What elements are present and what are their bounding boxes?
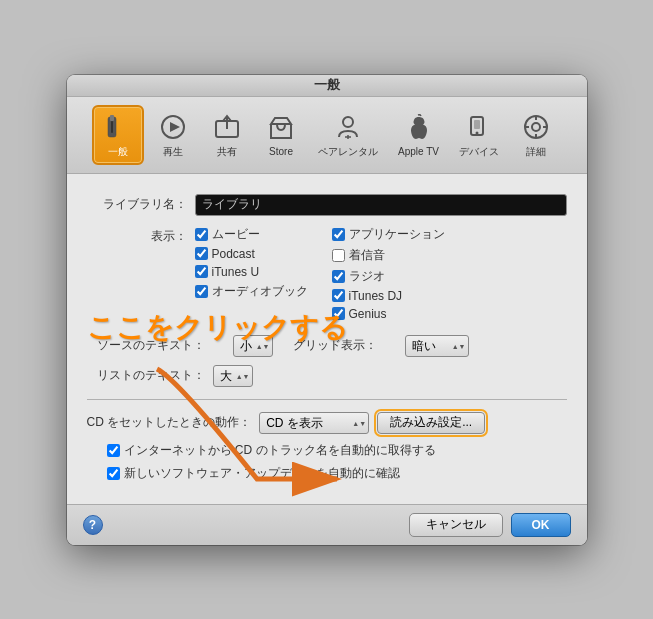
checkbox-apps-label: アプリケーション (349, 226, 445, 243)
divider (87, 399, 567, 400)
toolbar-general[interactable]: 一般 (92, 105, 144, 165)
svg-rect-12 (474, 120, 480, 129)
dialog-buttons: キャンセル OK (409, 513, 571, 537)
toolbar-advanced-label: 詳細 (526, 145, 546, 159)
cd-action-select-wrapper: CD を表示 曲を取り込む CDプレーヤーを開く (259, 412, 369, 434)
toolbar-pairrental[interactable]: ペアレンタル (310, 107, 386, 163)
import-settings-button[interactable]: 読み込み設定... (377, 412, 485, 434)
software-update-row: 新しいソフトウェア・アップデートを自動的に確認 (107, 465, 567, 482)
checkbox-col-right: アプリケーション 着信音 ラジオ iTunes DJ (332, 226, 445, 321)
toolbar-pairrental-label: ペアレンタル (318, 145, 378, 159)
checkbox-itunesdj-label: iTunes DJ (349, 289, 403, 303)
library-row: ライブラリ名： (87, 194, 567, 216)
cancel-button[interactable]: キャンセル (409, 513, 503, 537)
checkbox-apps-input[interactable] (332, 228, 345, 241)
software-update-label: 新しいソフトウェア・アップデートを自動的に確認 (124, 465, 400, 482)
checkbox-ringtone-input[interactable] (332, 249, 345, 262)
ok-button[interactable]: OK (511, 513, 571, 537)
advanced-icon (520, 111, 552, 143)
toolbar-advanced[interactable]: 詳細 (511, 107, 561, 163)
title-bar: 一般 (67, 75, 587, 97)
source-text-select[interactable]: 小 中 大 (233, 335, 273, 357)
library-label: ライブラリ名： (87, 196, 187, 213)
grid-select-wrapper: 暗い 明るい (405, 335, 469, 357)
checkbox-movie: ムービー (195, 226, 308, 243)
checkbox-itunesu-input[interactable] (195, 265, 208, 278)
toolbar-store-label: Store (269, 146, 293, 157)
checkbox-genius: Genius (332, 307, 445, 321)
cd-action-row: CD をセットしたときの動作： CD を表示 曲を取り込む CDプレーヤーを開く… (87, 412, 567, 434)
appletv-icon (402, 112, 434, 144)
toolbar-general-label: 一般 (108, 145, 128, 159)
toolbar-appletv[interactable]: Apple TV (390, 108, 447, 161)
devices-icon (463, 111, 495, 143)
help-button[interactable]: ? (83, 515, 103, 535)
toolbar-appletv-label: Apple TV (398, 146, 439, 157)
toolbar-playback-label: 再生 (163, 145, 183, 159)
source-grid-row: ソースのテキスト： 小 中 大 グリッド表示： 暗い 明るい (97, 335, 567, 357)
display-label: 表示： (87, 228, 187, 245)
checkbox-ringtone-label: 着信音 (349, 247, 385, 264)
toolbar-store[interactable]: Store (256, 108, 306, 161)
list-text-label: リストのテキスト： (97, 367, 205, 384)
content-area: ここをクリックする ライブラリ名： 表示： ムービー (67, 174, 587, 504)
checkbox-genius-input[interactable] (332, 307, 345, 320)
internet-cd-row: インターネットから CD のトラック名を自動的に取得する (107, 442, 567, 459)
source-text-label: ソースのテキスト： (97, 337, 205, 354)
pairrental-icon (332, 111, 364, 143)
sharing-icon (211, 111, 243, 143)
svg-rect-2 (111, 121, 113, 133)
checkbox-radio: ラジオ (332, 268, 445, 285)
grid-display-label: グリッド表示： (293, 337, 377, 354)
internet-cd-checkbox[interactable] (107, 444, 120, 457)
cd-action-label: CD をセットしたときの動作： (87, 414, 252, 431)
checkbox-podcast-input[interactable] (195, 247, 208, 260)
toolbar-devices-label: デバイス (459, 145, 499, 159)
svg-rect-1 (110, 115, 114, 121)
general-icon (102, 111, 134, 143)
checkbox-podcast-label: Podcast (212, 247, 255, 261)
checkbox-movie-input[interactable] (195, 228, 208, 241)
store-icon (265, 112, 297, 144)
svg-marker-4 (170, 122, 180, 132)
checkbox-audiobook: オーディオブック (195, 283, 308, 300)
toolbar-devices[interactable]: デバイス (451, 107, 507, 163)
source-select-wrapper: 小 中 大 (233, 335, 273, 357)
checkbox-radio-label: ラジオ (349, 268, 385, 285)
grid-display-select[interactable]: 暗い 明るい (405, 335, 469, 357)
list-text-row: リストのテキスト： 小 中 大 (97, 365, 567, 387)
svg-point-7 (343, 117, 353, 127)
checkbox-itunesu: iTunes U (195, 265, 308, 279)
svg-point-14 (532, 123, 540, 131)
checkbox-radio-input[interactable] (332, 270, 345, 283)
svg-point-11 (475, 131, 478, 134)
checkbox-audiobook-label: オーディオブック (212, 283, 308, 300)
toolbar-sharing[interactable]: 共有 (202, 107, 252, 163)
window-title: 一般 (314, 76, 340, 94)
list-select-wrapper: 小 中 大 (213, 365, 253, 387)
toolbar: 一般 再生 共有 (67, 97, 587, 174)
preferences-window: 一般 一般 再生 (67, 75, 587, 545)
toolbar-playback[interactable]: 再生 (148, 107, 198, 163)
checkbox-podcast: Podcast (195, 247, 308, 261)
list-text-select[interactable]: 小 中 大 (213, 365, 253, 387)
checkbox-apps: アプリケーション (332, 226, 445, 243)
checkbox-audiobook-input[interactable] (195, 285, 208, 298)
internet-cd-label: インターネットから CD のトラック名を自動的に取得する (124, 442, 436, 459)
checkbox-movie-label: ムービー (212, 226, 260, 243)
checkbox-itunesu-label: iTunes U (212, 265, 260, 279)
checkbox-ringtone: 着信音 (332, 247, 445, 264)
playback-icon (157, 111, 189, 143)
toolbar-sharing-label: 共有 (217, 145, 237, 159)
checkbox-itunesdj-input[interactable] (332, 289, 345, 302)
library-input[interactable] (195, 194, 567, 216)
checkbox-col-left: ムービー Podcast iTunes U オーディオブック (195, 226, 308, 321)
cd-action-select[interactable]: CD を表示 曲を取り込む CDプレーヤーを開く (259, 412, 369, 434)
checkbox-itunesdjr: iTunes DJ (332, 289, 445, 303)
checkbox-genius-label: Genius (349, 307, 387, 321)
software-update-checkbox[interactable] (107, 467, 120, 480)
bottom-bar: ? キャンセル OK (67, 504, 587, 545)
